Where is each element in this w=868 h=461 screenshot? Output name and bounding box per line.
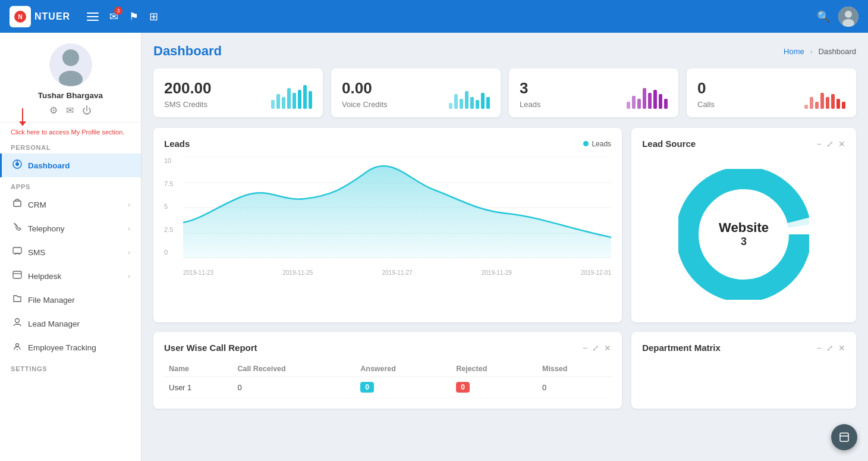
x-label-2: 2019-11-25	[282, 269, 313, 276]
sidebar-item-lead-manager[interactable]: Lead Manager	[0, 312, 141, 335]
leads-chart-panel: Leads Leads 10 7.5 5 2.5 0	[153, 128, 622, 322]
mail-badge: 3	[114, 7, 122, 15]
breadcrumb: Home › Dashboard	[784, 47, 856, 56]
svg-text:N: N	[18, 14, 22, 20]
x-label-4: 2019-11-29	[482, 269, 512, 276]
call-report-header: User Wise Call Report − ⤢ ✕	[164, 343, 611, 353]
settings-icon[interactable]: ⚙	[49, 105, 58, 116]
y-label-25: 2.5	[164, 226, 181, 233]
table-row: User 1 0 0 0 0	[164, 377, 611, 398]
leads-chart-actions: Leads	[583, 140, 611, 148]
nav-right: 🔍	[817, 7, 858, 27]
stat-card-voice: 0.00 Voice Credits	[331, 68, 501, 117]
svg-chart-area	[183, 157, 611, 258]
answered-badge: 0	[360, 382, 374, 393]
dept-matrix-title: Department Matrix	[642, 343, 721, 353]
svg-point-6	[62, 49, 79, 66]
sidebar-item-crm[interactable]: CRM ›	[0, 193, 141, 217]
sidebar-item-sms[interactable]: SMS ›	[0, 240, 141, 264]
file-manager-icon	[12, 294, 22, 306]
helpdesk-icon	[12, 270, 22, 282]
sidebar-item-file-manager[interactable]: File Manager	[0, 288, 141, 312]
sidebar-file-manager-label: File Manager	[28, 296, 130, 305]
call-report-close[interactable]: ✕	[604, 343, 611, 353]
telephony-chevron-icon: ›	[128, 225, 130, 232]
profile-tooltip: Click here to access My Profile section.	[11, 128, 124, 136]
sidebar-item-employee-tracking[interactable]: Employee Tracking	[0, 335, 141, 359]
leads-chart-header: Leads Leads	[164, 139, 611, 149]
sidebar-employee-tracking-label: Employee Tracking	[28, 343, 130, 352]
voice-credits-value: 0.00	[342, 79, 388, 98]
call-report-panel: User Wise Call Report − ⤢ ✕ Name Call Re…	[153, 332, 622, 409]
lead-source-header: Lead Source − ⤢ ✕	[642, 139, 845, 149]
lead-source-panel: Lead Source − ⤢ ✕	[631, 128, 856, 322]
hamburger-button[interactable]	[87, 12, 99, 21]
leads-area-chart: 10 7.5 5 2.5 0	[164, 157, 611, 276]
row-name: User 1	[164, 377, 232, 398]
dept-matrix-expand[interactable]: ⤢	[826, 343, 834, 353]
fab-button[interactable]	[831, 424, 857, 450]
user-action-icons: ⚙ ✉ ⏻	[49, 105, 92, 116]
stat-card-leads: 3 Leads	[509, 68, 678, 117]
mail-nav-button[interactable]: ✉ 3	[109, 10, 118, 23]
leads-legend-dot	[583, 141, 589, 146]
top-navbar: N NTUER ✉ 3 ⚑ ⊞ 🔍	[0, 0, 868, 33]
sidebar-item-dashboard[interactable]: Dashboard	[0, 153, 141, 177]
call-report-actions: − ⤢ ✕	[583, 343, 611, 353]
x-label-1: 2019-11-23	[183, 269, 213, 276]
lead-source-expand[interactable]: ⤢	[826, 139, 834, 149]
employee-tracking-icon	[12, 341, 22, 353]
sms-credits-value: 200.00	[164, 79, 212, 98]
personal-section-label: PERSONAL	[0, 138, 141, 153]
stat-card-sms: 200.00 SMS Credits	[153, 68, 323, 117]
dept-matrix-panel: Department Matrix − ⤢ ✕	[631, 332, 856, 409]
power-icon[interactable]: ⏻	[82, 105, 92, 116]
y-label-10: 10	[164, 157, 181, 164]
sidebar-item-helpdesk[interactable]: Helpdesk ›	[0, 264, 141, 288]
sidebar-helpdesk-label: Helpdesk	[28, 272, 122, 281]
sidebar-crm-label: CRM	[28, 200, 122, 209]
y-label-0: 0	[164, 249, 181, 256]
row-call-received: 0	[232, 377, 356, 398]
lead-source-close[interactable]: ✕	[838, 139, 845, 149]
lead-source-minimize[interactable]: −	[817, 139, 822, 149]
dept-matrix-close[interactable]: ✕	[838, 343, 845, 353]
dept-matrix-minimize[interactable]: −	[817, 343, 822, 353]
phone-icon	[12, 222, 22, 234]
svg-rect-29	[840, 433, 848, 441]
user-avatar-nav[interactable]	[838, 7, 858, 27]
row-missed: 0	[537, 377, 611, 398]
donut-chart: Website 3	[678, 169, 809, 300]
mail-user-icon[interactable]: ✉	[66, 105, 74, 116]
settings-section-label: SETTINGS	[0, 359, 141, 375]
donut-center-value: 3	[719, 236, 769, 249]
grid-nav-button[interactable]: ⊞	[149, 10, 158, 23]
svg-point-11	[15, 162, 19, 166]
svg-rect-14	[13, 247, 21, 253]
donut-center-label: Website 3	[719, 220, 769, 249]
table-header-row: Name Call Received Answered Rejected Mis…	[164, 361, 611, 377]
row-rejected: 0	[451, 377, 537, 398]
page-header: Dashboard Home › Dashboard	[153, 43, 856, 59]
call-report-minimize[interactable]: −	[583, 343, 587, 353]
sidebar-item-telephony[interactable]: Telephony ›	[0, 217, 141, 240]
search-nav-button[interactable]: 🔍	[817, 10, 830, 23]
stat-info-sms: 200.00 SMS Credits	[164, 79, 212, 109]
svg-point-3	[845, 11, 852, 18]
apps-section-label: APPS	[0, 177, 141, 193]
stat-info-voice: 0.00 Voice Credits	[342, 79, 388, 109]
call-report-title: User Wise Call Report	[164, 343, 257, 353]
dept-matrix-actions: − ⤢ ✕	[817, 343, 845, 353]
col-call-received: Call Received	[232, 361, 356, 377]
sms-mini-chart	[271, 79, 312, 109]
lead-manager-icon	[12, 318, 22, 330]
col-name: Name	[164, 361, 232, 377]
breadcrumb-home[interactable]: Home	[784, 47, 804, 56]
flag-nav-button[interactable]: ⚑	[129, 10, 139, 23]
col-rejected: Rejected	[451, 361, 537, 377]
call-report-expand[interactable]: ⤢	[592, 343, 599, 353]
voice-mini-chart	[449, 79, 490, 109]
helpdesk-chevron-icon: ›	[128, 272, 130, 280]
col-answered: Answered	[356, 361, 451, 377]
calls-label: Calls	[697, 100, 715, 109]
